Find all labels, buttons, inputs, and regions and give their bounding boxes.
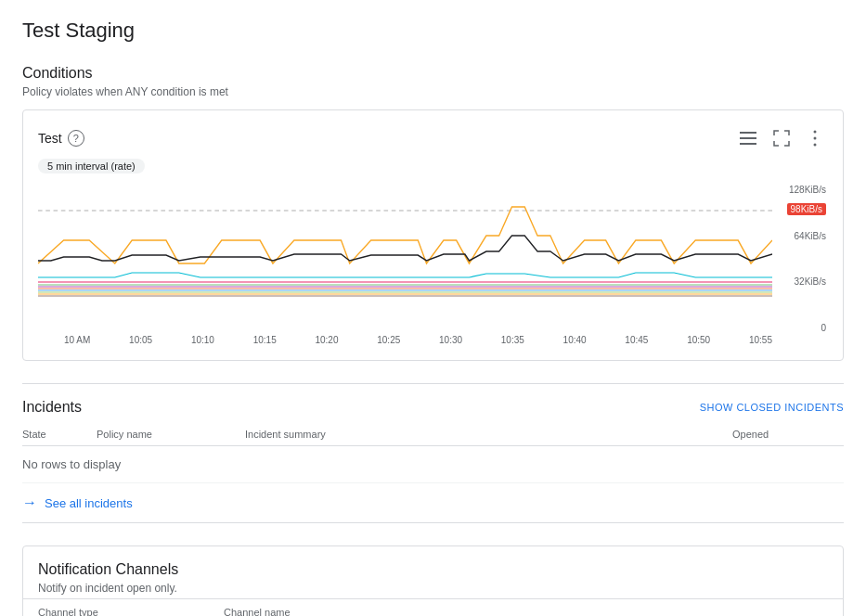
notif-col-name: Channel name	[224, 607, 828, 616]
svg-point-5	[814, 144, 817, 147]
col-opened: Opened	[732, 429, 844, 440]
more-options-button[interactable]	[802, 125, 828, 151]
chart-area: 128KiB/s 64KiB/s 32KiB/s 0 98KiB/s	[38, 185, 772, 333]
conditions-card-header: Test ?	[38, 125, 828, 151]
conditions-section: Conditions Policy violates when ANY cond…	[22, 65, 844, 361]
fullscreen-icon	[773, 130, 790, 147]
y-label-64: 64KiB/s	[789, 231, 826, 241]
svg-point-4	[814, 137, 817, 140]
incidents-no-rows: No rows to display	[22, 446, 844, 483]
y-label-32: 32KiB/s	[789, 276, 826, 287]
y-label-128: 128KiB/s	[789, 185, 826, 195]
notification-channels-section: Notification Channels Notify on incident…	[22, 545, 844, 616]
notification-subtitle: Notify on incident open only.	[38, 582, 828, 595]
notification-channels-card: Notification Channels Notify on incident…	[22, 545, 844, 616]
card-actions	[735, 125, 828, 151]
x-label-11: 10:55	[749, 335, 772, 345]
x-label-10: 10:50	[687, 335, 710, 345]
help-icon[interactable]: ?	[68, 130, 84, 147]
see-all-incidents-link[interactable]: → See all incidents	[22, 483, 844, 522]
conditions-title: Conditions	[22, 65, 844, 82]
col-policy-name: Policy name	[97, 429, 245, 440]
arrow-right-icon: →	[22, 494, 37, 511]
conditions-card-name: Test	[38, 131, 62, 146]
incidents-table-body: No rows to display	[22, 446, 844, 483]
x-label-6: 10:30	[439, 335, 462, 345]
notif-col-type: Channel type	[38, 607, 224, 616]
more-icon	[813, 130, 817, 147]
x-axis-labels: 10 AM 10:05 10:10 10:15 10:20 10:25 10:3…	[38, 335, 772, 345]
divider-bottom	[22, 522, 844, 523]
incidents-table-header: State Policy name Incident summary Opene…	[22, 423, 844, 446]
conditions-card-title: Test ?	[38, 130, 84, 147]
legend-icon-button[interactable]	[735, 125, 761, 151]
svg-rect-2	[740, 143, 756, 145]
notification-header: Notification Channels Notify on incident…	[23, 546, 843, 598]
x-label-1: 10:05	[129, 335, 152, 345]
svg-point-3	[814, 131, 817, 134]
page-title: Test Staging	[22, 19, 844, 43]
incidents-header: Incidents SHOW CLOSED INCIDENTS	[22, 384, 844, 423]
x-label-9: 10:45	[625, 335, 648, 345]
x-label-5: 10:25	[377, 335, 400, 345]
interval-chip: 5 min interval (rate)	[38, 159, 145, 173]
show-closed-incidents-button[interactable]: SHOW CLOSED INCIDENTS	[700, 402, 844, 413]
conditions-subtitle: Policy violates when ANY condition is me…	[22, 85, 844, 98]
svg-rect-1	[740, 137, 756, 139]
legend-icon	[740, 132, 756, 145]
notification-table-header: Channel type Channel name	[23, 598, 843, 616]
y-label-0: 0	[789, 323, 826, 333]
fullscreen-icon-button[interactable]	[769, 125, 795, 151]
svg-rect-0	[740, 132, 756, 134]
x-label-7: 10:35	[501, 335, 524, 345]
incidents-section: Incidents SHOW CLOSED INCIDENTS State Po…	[22, 383, 844, 523]
x-label-4: 10:20	[315, 335, 338, 345]
see-all-label: See all incidents	[45, 496, 133, 510]
conditions-card: Test ?	[22, 109, 844, 361]
incidents-title: Incidents	[22, 399, 82, 416]
notification-title: Notification Channels	[38, 561, 828, 578]
x-label-2: 10:10	[191, 335, 214, 345]
col-state: State	[22, 429, 97, 440]
col-incident-summary: Incident summary	[245, 429, 732, 440]
x-label-8: 10:40	[563, 335, 587, 345]
chart-svg	[38, 185, 772, 333]
threshold-badge: 98KiB/s	[787, 203, 826, 215]
x-label-3: 10:15	[253, 335, 277, 345]
x-label-0: 10 AM	[64, 335, 90, 345]
